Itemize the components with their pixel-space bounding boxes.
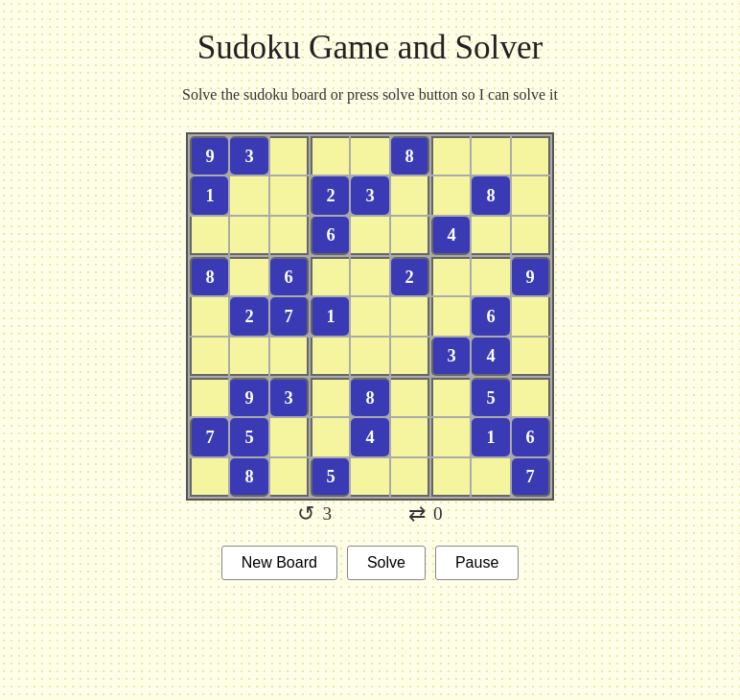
cell-1-8[interactable] bbox=[512, 176, 550, 215]
cell-1-2[interactable] bbox=[270, 176, 309, 215]
cell-7-5[interactable] bbox=[391, 418, 429, 456]
cell-4-3: 1 bbox=[311, 297, 349, 336]
cell-3-5: 2 bbox=[391, 257, 429, 295]
cell-5-7: 4 bbox=[472, 338, 510, 376]
sudoku-grid[interactable]: 9381238648629271634938575416857 bbox=[186, 132, 554, 501]
cell-2-3: 6 bbox=[311, 217, 349, 255]
mistakes-stat: ↺ 3 bbox=[297, 501, 332, 526]
cell-8-4[interactable] bbox=[351, 458, 389, 497]
cell-1-0: 1 bbox=[190, 176, 228, 215]
cell-2-0[interactable] bbox=[190, 217, 228, 255]
hints-count: 0 bbox=[433, 503, 443, 525]
cell-8-3: 5 bbox=[311, 458, 349, 497]
cell-7-3[interactable] bbox=[311, 418, 349, 456]
solve-button[interactable]: Solve bbox=[347, 546, 426, 580]
cell-1-1[interactable] bbox=[230, 176, 268, 215]
hints-icon: ⇄ bbox=[408, 501, 426, 526]
cell-6-0[interactable] bbox=[190, 378, 228, 416]
cell-4-2: 7 bbox=[270, 297, 309, 336]
cell-2-1[interactable] bbox=[230, 217, 268, 255]
cell-3-3[interactable] bbox=[311, 257, 349, 295]
cell-4-4[interactable] bbox=[351, 297, 389, 336]
cell-2-5[interactable] bbox=[391, 217, 429, 255]
cell-6-6[interactable] bbox=[431, 378, 470, 416]
cell-2-8[interactable] bbox=[512, 217, 550, 255]
cell-5-8[interactable] bbox=[512, 338, 550, 376]
cell-4-8[interactable] bbox=[512, 297, 550, 336]
cell-5-3[interactable] bbox=[311, 338, 349, 376]
cell-8-1: 8 bbox=[230, 458, 268, 497]
cell-8-5[interactable] bbox=[391, 458, 429, 497]
cell-5-2[interactable] bbox=[270, 338, 309, 376]
cell-0-2[interactable] bbox=[270, 136, 309, 175]
cell-6-3[interactable] bbox=[311, 378, 349, 416]
cell-4-1: 2 bbox=[230, 297, 268, 336]
cell-3-6[interactable] bbox=[431, 257, 470, 295]
cell-0-4[interactable] bbox=[351, 136, 389, 175]
cell-2-7[interactable] bbox=[472, 217, 510, 255]
cell-1-6[interactable] bbox=[431, 176, 470, 215]
cell-7-0: 7 bbox=[190, 418, 228, 456]
page-title: Sudoku Game and Solver bbox=[197, 29, 543, 67]
cell-5-1[interactable] bbox=[230, 338, 268, 376]
cell-6-7: 5 bbox=[472, 378, 510, 416]
mistakes-icon: ↺ bbox=[297, 501, 314, 526]
cell-0-6[interactable] bbox=[431, 136, 470, 175]
pause-button[interactable]: Pause bbox=[435, 546, 519, 580]
cell-0-3[interactable] bbox=[311, 136, 349, 175]
cell-7-2[interactable] bbox=[270, 418, 309, 456]
cell-5-5[interactable] bbox=[391, 338, 429, 376]
cell-7-8: 6 bbox=[512, 418, 550, 456]
cell-7-1: 5 bbox=[230, 418, 268, 456]
cell-6-8[interactable] bbox=[512, 378, 550, 416]
cell-7-4: 4 bbox=[351, 418, 389, 456]
cell-4-7: 6 bbox=[472, 297, 510, 336]
action-buttons: New Board Solve Pause bbox=[221, 546, 520, 580]
cell-3-0: 8 bbox=[190, 257, 228, 295]
cell-5-4[interactable] bbox=[351, 338, 389, 376]
cell-0-1: 3 bbox=[230, 136, 268, 175]
cell-3-1[interactable] bbox=[230, 257, 268, 295]
cell-2-2[interactable] bbox=[270, 217, 309, 255]
cell-2-6: 4 bbox=[431, 217, 470, 255]
cell-3-8: 9 bbox=[512, 257, 550, 295]
cell-5-6: 3 bbox=[431, 338, 470, 376]
cell-3-2: 6 bbox=[270, 257, 309, 295]
cell-6-1: 9 bbox=[230, 378, 268, 416]
cell-4-6[interactable] bbox=[431, 297, 470, 336]
cell-3-7[interactable] bbox=[472, 257, 510, 295]
cell-6-5[interactable] bbox=[391, 378, 429, 416]
cell-8-6[interactable] bbox=[431, 458, 470, 497]
cell-7-6[interactable] bbox=[431, 418, 470, 456]
sudoku-board: 9381238648629271634938575416857 bbox=[186, 132, 554, 501]
cell-0-0: 9 bbox=[190, 136, 228, 175]
cell-6-2: 3 bbox=[270, 378, 309, 416]
cell-8-2[interactable] bbox=[270, 458, 309, 497]
cell-3-4[interactable] bbox=[351, 257, 389, 295]
cell-8-0[interactable] bbox=[190, 458, 228, 497]
cell-0-8[interactable] bbox=[512, 136, 550, 175]
stats-bar: ↺ 3 ⇄ 0 bbox=[297, 501, 442, 526]
cell-7-7: 1 bbox=[472, 418, 510, 456]
cell-1-5[interactable] bbox=[391, 176, 429, 215]
cell-0-5: 8 bbox=[391, 136, 429, 175]
cell-8-8: 7 bbox=[512, 458, 550, 497]
cell-1-3: 2 bbox=[311, 176, 349, 215]
cell-6-4: 8 bbox=[351, 378, 389, 416]
mistakes-count: 3 bbox=[322, 503, 332, 525]
cell-5-0[interactable] bbox=[190, 338, 228, 376]
new-board-button[interactable]: New Board bbox=[221, 546, 337, 580]
cell-4-0[interactable] bbox=[190, 297, 228, 336]
hints-stat: ⇄ 0 bbox=[408, 501, 443, 526]
cell-4-5[interactable] bbox=[391, 297, 429, 336]
subtitle: Solve the sudoku board or press solve bu… bbox=[182, 86, 558, 104]
cell-1-7: 8 bbox=[472, 176, 510, 215]
cell-8-7[interactable] bbox=[472, 458, 510, 497]
cell-0-7[interactable] bbox=[472, 136, 510, 175]
cell-1-4: 3 bbox=[351, 176, 389, 215]
cell-2-4[interactable] bbox=[351, 217, 389, 255]
